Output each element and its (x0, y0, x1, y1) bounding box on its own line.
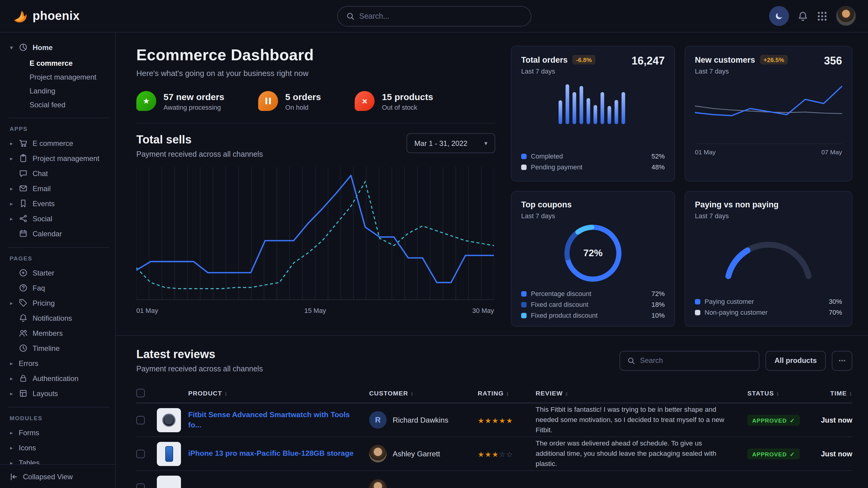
caret-right-icon: ▸ (8, 445, 14, 451)
column-header-rating[interactable]: RATING↕ (478, 389, 536, 396)
legend-percentage-discount: Percentage discount 72% (521, 288, 665, 299)
search-icon (346, 12, 354, 20)
sidebar-item-calendar[interactable]: Calendar (8, 226, 109, 241)
legend-label: Non-paying customer (705, 308, 768, 316)
stat-desc: On hold (285, 103, 321, 110)
review-text: This Fitbit is fantastic! I was trying t… (536, 404, 747, 435)
legend-label: Completed (531, 153, 563, 160)
sidebar-item-icons[interactable]: ▸ Icons (8, 440, 109, 455)
column-header-product[interactable]: PRODUCT↕ (188, 389, 369, 396)
divider (136, 123, 495, 124)
layout-grid-icon (19, 389, 28, 398)
sidebar-item-ecommerce-dashboard[interactable]: E commerce (8, 56, 109, 70)
date-range-select[interactable]: Mar 1 - 31, 2022 ▾ (407, 133, 495, 153)
question-circle-icon (19, 283, 28, 292)
product-thumbnail[interactable] (157, 442, 181, 466)
caret-right-icon: ▸ (8, 390, 14, 396)
customer-name: Richard Dawkins (393, 416, 448, 424)
legend-label: Fixed product discount (531, 312, 597, 319)
sidebar-item-label: Members (33, 329, 63, 337)
sidebar-item-timeline[interactable]: Timeline (8, 340, 109, 356)
all-products-button[interactable]: All products (766, 351, 826, 370)
customer-avatar[interactable]: R (369, 411, 386, 429)
legend-value: 30% (829, 298, 842, 305)
legend-nonpaying-customer: Non-paying customer 70% (695, 307, 842, 318)
column-header-review[interactable]: REVIEW↕ (536, 389, 747, 396)
legend-pending: Pending payment 48% (521, 162, 665, 172)
row-checkbox[interactable] (136, 484, 145, 488)
brand[interactable]: phoenix (12, 8, 80, 24)
sidebar-item-layouts[interactable]: ▸ Layouts (8, 386, 109, 401)
sidebar-item-email[interactable]: ▸ Email (8, 181, 109, 196)
reviews-search[interactable] (619, 351, 760, 370)
reviews-search-input[interactable] (640, 356, 752, 365)
sidebar-section-apps: APPS ▸ E commerce ▸ Project management C… (8, 118, 109, 241)
paying-gauge-chart (695, 225, 842, 280)
sidebar-item-authentication[interactable]: ▸ Authentication (8, 371, 109, 386)
column-header-time[interactable]: TIME↕ (812, 389, 852, 396)
sidebar-item-members[interactable]: Members (8, 326, 109, 340)
notifications-button[interactable] (798, 10, 808, 22)
sidebar-item-events[interactable]: ▸ Events (8, 196, 109, 211)
legend-value: 48% (651, 163, 665, 171)
customer-avatar[interactable] (369, 445, 386, 462)
user-avatar[interactable] (836, 6, 856, 26)
legend-value: 10% (651, 312, 665, 319)
stat-desc: Awating processing (163, 103, 224, 110)
orders-bar-chart (521, 81, 665, 125)
row-checkbox[interactable] (136, 449, 145, 458)
sidebar-item-forms[interactable]: ▸ Forms (8, 425, 109, 440)
collapsed-view-toggle[interactable]: Collapsed View (0, 464, 115, 488)
legend-value: 52% (651, 153, 665, 160)
sidebar-item-errors[interactable]: ▸ Errors (8, 356, 109, 371)
apps-grid-button[interactable] (817, 10, 828, 22)
legend-paying-customer: Paying customer 30% (695, 296, 842, 307)
sort-icon: ↕ (506, 390, 509, 396)
product-thumbnail[interactable] (157, 408, 181, 432)
legend-label: Pending payment (531, 163, 582, 171)
chevron-down-icon: ▾ (484, 140, 487, 147)
sidebar-item-home[interactable]: ▾ Home (8, 40, 109, 55)
product-link[interactable]: Fitbit Sense Advanced Smartwatch with To… (188, 410, 369, 430)
theme-toggle-button[interactable] (769, 6, 789, 26)
product-link[interactable]: iPhone 13 pro max-Pacific Blue-128GB sto… (188, 449, 369, 458)
nine-dots-grid-icon (817, 10, 828, 22)
select-all-checkbox[interactable] (136, 389, 145, 397)
sidebar-item-label: Faq (33, 284, 45, 292)
x-tick: 07 May (821, 148, 842, 156)
legend-swatch (521, 164, 527, 170)
sidebar-item-project-management-dashboard[interactable]: Project management (8, 70, 109, 84)
donut-center-label: 72% (583, 248, 602, 259)
sidebar-item-label: Email (33, 184, 51, 193)
caret-right-icon: ▸ (8, 375, 14, 381)
sidebar-item-pricing[interactable]: ▸ Pricing (8, 295, 109, 311)
card-period: Last 7 days (695, 67, 788, 75)
row-checkbox[interactable] (136, 416, 145, 424)
sidebar-item-landing[interactable]: Landing (8, 84, 109, 98)
stat-desc: Out of stock (382, 103, 433, 110)
sidebar-item-chat[interactable]: Chat (8, 166, 109, 181)
sidebar-item-social[interactable]: ▸ Social (8, 211, 109, 226)
customer-avatar[interactable] (369, 479, 386, 488)
column-header-status[interactable]: STATUS↕ (747, 389, 812, 396)
sidebar-item-social-feed[interactable]: Social feed (8, 98, 109, 111)
card-period: Last 7 days (695, 212, 779, 220)
review-time: Just now (812, 449, 852, 458)
sidebar-item-ecommerce-app[interactable]: ▸ E commerce (8, 136, 109, 151)
sidebar-item-starter[interactable]: Starter (8, 265, 109, 280)
caret-down-icon: ▾ (8, 44, 14, 50)
stat-value: 5 orders (285, 91, 321, 102)
legend-label: Fixed card discount (531, 301, 588, 308)
search-input[interactable] (359, 12, 522, 20)
sidebar-item-faq[interactable]: Faq (8, 280, 109, 295)
column-header-customer[interactable]: CUSTOMER↕ (369, 389, 478, 396)
card-period: Last 7 days (521, 67, 595, 75)
product-thumbnail[interactable] (157, 476, 181, 488)
legend-fixed-card-discount: Fixed card discount 18% (521, 299, 665, 310)
table-row-partial (136, 471, 852, 488)
global-search[interactable] (337, 6, 531, 26)
sidebar-item-project-management-app[interactable]: ▸ Project management (8, 151, 109, 166)
more-options-button[interactable]: ⋯ (832, 351, 852, 370)
sidebar-item-notifications[interactable]: Notifications (8, 311, 109, 326)
sidebar-item-label: Social (33, 214, 52, 223)
